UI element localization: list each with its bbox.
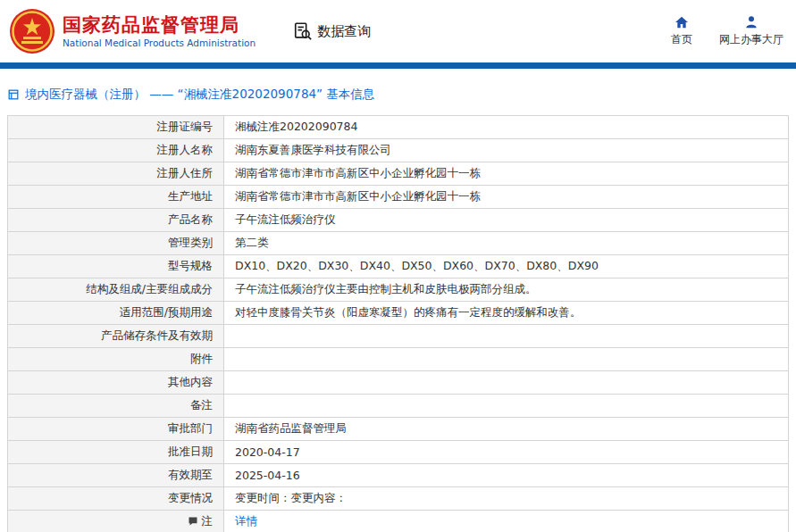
field-value: 2025-04-16 <box>224 464 789 487</box>
field-value <box>224 371 789 395</box>
table-row: 变更情况 变更时间：变更内容： <box>8 487 789 511</box>
header-right-nav: 首页 网上办事大厅 <box>671 15 783 47</box>
field-label: 批准日期 <box>8 441 224 464</box>
field-label: 生产地址 <box>8 186 224 209</box>
document-magnifier-icon <box>293 21 313 41</box>
field-label: 有效期至 <box>8 464 224 487</box>
field-label: 适用范围/预期用途 <box>8 302 224 325</box>
service-hall-nav[interactable]: 网上办事大厅 <box>719 15 783 47</box>
home-nav-label: 首页 <box>671 32 692 47</box>
field-value: 湖南省常德市津市市高新区中小企业孵化园十一栋 <box>224 162 789 186</box>
table-row: 审批部门 湖南省药品监督管理局 <box>8 418 789 441</box>
field-value: 2020-04-17 <box>224 441 789 464</box>
data-query-nav[interactable]: 数据查询 <box>293 21 371 41</box>
field-value <box>224 395 789 418</box>
home-nav[interactable]: 首页 <box>671 15 692 47</box>
field-label: 注册证编号 <box>8 116 224 139</box>
field-value: 变更时间：变更内容： <box>224 487 789 511</box>
table-row: 管理类别 第二类 <box>8 232 789 255</box>
header-divider-bar <box>0 62 796 69</box>
field-label: 注册人住所 <box>8 162 224 186</box>
field-label: 其他内容 <box>8 371 224 395</box>
brand: 国家药品监督管理局 National Medical Products Admi… <box>9 8 256 54</box>
breadcrumb: 境内医疗器械（注册） —— “湘械注准20202090784” 基本信息 <box>7 87 789 103</box>
field-label: 管理类别 <box>8 232 224 255</box>
site-header: 国家药品监督管理局 National Medical Products Admi… <box>0 0 796 62</box>
national-emblem-logo <box>9 8 55 54</box>
table-row: 适用范围/预期用途 对轻中度膝骨关节炎（阳虚寒凝型）的疼痛有一定程度的缓解和改善… <box>8 302 789 325</box>
field-value: 子午流注低频治疗仪 <box>224 209 789 232</box>
table-row: 产品名称 子午流注低频治疗仪 <box>8 209 789 232</box>
field-value: 湘械注准20202090784 <box>224 116 789 139</box>
field-value: 湖南省常德市津市市高新区中小企业孵化园十一栋 <box>224 186 789 209</box>
table-row: 其他内容 <box>8 371 789 395</box>
field-label: 产品名称 <box>8 209 224 232</box>
field-value: 对轻中度膝骨关节炎（阳虚寒凝型）的疼痛有一定程度的缓解和改善。 <box>224 302 789 325</box>
table-row: 附件 <box>8 348 789 371</box>
table-row: 注 详情 <box>8 511 789 532</box>
field-label: 变更情况 <box>8 487 224 511</box>
field-value: 第二类 <box>224 232 789 255</box>
field-value: 湖南省药品监督管理局 <box>224 418 789 441</box>
table-row: 产品储存条件及有效期 <box>8 325 789 348</box>
registration-info-table: 注册证编号 湘械注准20202090784 注册人名称 湖南东夏善康医学科技有限… <box>7 115 789 532</box>
table-row: 注册人住所 湖南省常德市津市市高新区中小企业孵化园十一栋 <box>8 162 789 186</box>
field-value <box>224 348 789 371</box>
table-row: 有效期至 2025-04-16 <box>8 464 789 487</box>
field-label: 产品储存条件及有效期 <box>8 325 224 348</box>
person-icon <box>744 15 758 29</box>
table-row: 生产地址 湖南省常德市津市市高新区中小企业孵化园十一栋 <box>8 186 789 209</box>
field-label: 审批部门 <box>8 418 224 441</box>
table-row: 型号规格 DX10、DX20、DX30、DX40、DX50、DX60、DX70、… <box>8 255 789 278</box>
table-row: 备注 <box>8 395 789 418</box>
detail-link[interactable]: 详情 <box>235 514 257 528</box>
field-label: 结构及组成/主要组成成分 <box>8 278 224 302</box>
building-icon <box>7 88 20 101</box>
field-label: 型号规格 <box>8 255 224 278</box>
field-label: 注册人名称 <box>8 139 224 162</box>
field-label: 附件 <box>8 348 224 371</box>
field-value-note: 详情 <box>224 511 789 532</box>
field-label: 备注 <box>8 395 224 418</box>
note-label: 注 <box>202 514 214 529</box>
field-value: 湖南东夏善康医学科技有限公司 <box>224 139 789 162</box>
home-icon <box>675 15 689 29</box>
table-row: 注册人名称 湖南东夏善康医学科技有限公司 <box>8 139 789 162</box>
breadcrumb-text: 境内医疗器械（注册） —— “湘械注准20202090784” 基本信息 <box>25 87 374 103</box>
field-label-note: 注 <box>8 511 224 532</box>
table-row: 注册证编号 湘械注准20202090784 <box>8 116 789 139</box>
service-hall-nav-label: 网上办事大厅 <box>719 32 783 47</box>
field-value: DX10、DX20、DX30、DX40、DX50、DX60、DX70、DX80、… <box>224 255 789 278</box>
field-value: 子午流注低频治疗仪主要由控制主机和皮肤电极两部分组成。 <box>224 278 789 302</box>
table-row: 结构及组成/主要组成成分 子午流注低频治疗仪主要由控制主机和皮肤电极两部分组成。 <box>8 278 789 302</box>
brand-text: 国家药品监督管理局 National Medical Products Admi… <box>63 13 256 50</box>
field-value <box>224 325 789 348</box>
table-row: 批准日期 2020-04-17 <box>8 441 789 464</box>
agency-subtitle: National Medical Products Administration <box>63 37 256 50</box>
comment-icon <box>188 516 198 527</box>
agency-title: 国家药品监督管理局 <box>63 13 256 37</box>
data-query-label: 数据查询 <box>317 23 371 40</box>
